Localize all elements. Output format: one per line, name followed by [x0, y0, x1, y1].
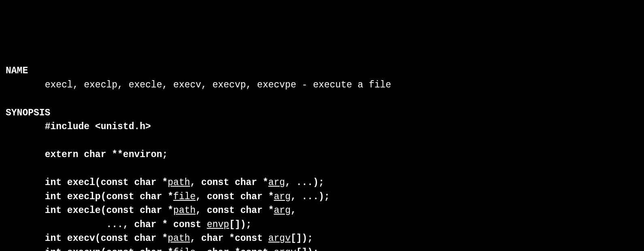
- func-execvp-arg2: argv: [274, 247, 296, 251]
- func-execl-post: , ...);: [285, 177, 324, 188]
- func-execle-cont-pre: ..., char * const: [106, 219, 206, 230]
- func-execvp-pre: int execvp(const char *: [45, 247, 173, 251]
- func-execlp-post: , ...);: [291, 191, 330, 202]
- include-line: #include <unistd.h>: [45, 121, 151, 132]
- func-execv-pre: int execv(const char *: [45, 233, 168, 244]
- func-execle-arg1: path: [173, 205, 196, 216]
- func-execv-mid: , char *const: [190, 233, 268, 244]
- func-execle-post: ,: [291, 205, 296, 216]
- func-execl-arg1: path: [168, 177, 190, 188]
- func-execl-pre: int execl(const char *: [45, 177, 168, 188]
- func-execv-arg2: argv: [268, 233, 291, 244]
- func-execle-cont-post: []);: [229, 219, 251, 230]
- func-execle-cont-arg1: envp: [207, 219, 229, 230]
- func-execvp-arg1: file: [173, 247, 196, 251]
- func-execlp-pre: int execlp(const char *: [45, 191, 173, 202]
- func-execv-post: []);: [291, 233, 313, 244]
- extern-line: extern char **environ;: [45, 149, 168, 160]
- func-execlp-arg1: file: [173, 191, 196, 202]
- func-execvp-post: []);: [296, 247, 319, 251]
- section-synopsis-header: SYNOPSIS: [6, 108, 50, 118]
- func-execv-arg1: path: [168, 233, 190, 244]
- func-execle-pre: int execle(const char *: [45, 205, 173, 216]
- func-execlp-mid: , const char *: [196, 191, 274, 202]
- func-execl-arg2: arg: [268, 177, 285, 188]
- func-execle-mid: , const char *: [196, 205, 274, 216]
- func-execl-mid: , const char *: [190, 177, 268, 188]
- name-description: execl, execlp, execle, execv, execvp, ex…: [45, 80, 391, 90]
- func-execlp-arg2: arg: [274, 191, 291, 202]
- section-name-header: NAME: [6, 66, 28, 76]
- func-execle-arg2: arg: [274, 205, 291, 216]
- func-execvp-mid: , char *const: [196, 247, 274, 251]
